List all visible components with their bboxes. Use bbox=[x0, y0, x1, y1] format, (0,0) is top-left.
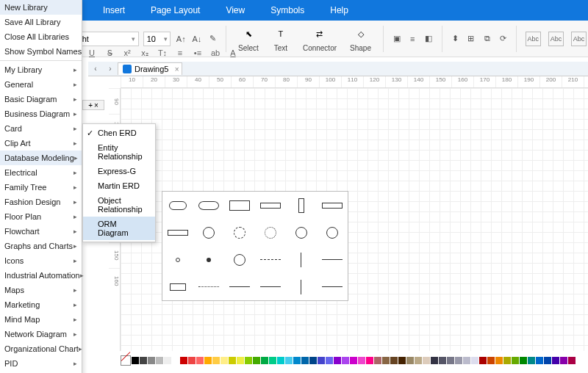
library-menu-item[interactable]: Industrial Automation▸ bbox=[0, 268, 82, 283]
distribute-icon[interactable]: ⊞ bbox=[465, 32, 477, 46]
color-swatch[interactable] bbox=[463, 357, 470, 364]
fill-icon[interactable]: ▣ bbox=[391, 32, 403, 46]
library-menu-item[interactable]: Database Modeling▸ bbox=[0, 151, 82, 165]
document-tab[interactable]: Drawing5 × bbox=[118, 62, 182, 75]
color-swatch[interactable] bbox=[132, 357, 139, 364]
font-color-icon[interactable]: A bbox=[226, 46, 240, 59]
color-swatch[interactable] bbox=[261, 357, 268, 364]
color-swatch[interactable] bbox=[180, 357, 187, 364]
shadow-icon[interactable]: ◧ bbox=[423, 32, 434, 46]
arrow-shape[interactable] bbox=[322, 259, 343, 260]
color-swatch[interactable] bbox=[366, 357, 373, 364]
submenu-item[interactable]: Entity Relationship bbox=[83, 140, 155, 164]
panel-handle[interactable]: + × bbox=[82, 100, 104, 110]
rect-shape[interactable] bbox=[229, 200, 250, 211]
color-swatch[interactable] bbox=[560, 357, 567, 364]
color-swatch[interactable] bbox=[512, 357, 519, 364]
dot-shape[interactable] bbox=[207, 258, 211, 262]
library-menu-item[interactable]: Show Symbol Names bbox=[0, 44, 82, 59]
color-swatch[interactable] bbox=[229, 357, 236, 364]
color-swatch[interactable] bbox=[318, 357, 325, 364]
submenu-item[interactable]: Express-G bbox=[83, 164, 155, 178]
color-swatch[interactable] bbox=[552, 357, 559, 364]
library-menu-item[interactable]: Graphs and Charts▸ bbox=[0, 239, 82, 253]
underline-icon[interactable]: U bbox=[85, 46, 98, 59]
vertical-line-shape[interactable] bbox=[301, 280, 302, 294]
color-swatch[interactable] bbox=[528, 357, 535, 364]
line-shape[interactable] bbox=[229, 286, 250, 287]
ribbon-symbols[interactable]: Symbols bbox=[270, 5, 304, 15]
ribbon-insert[interactable]: Insert bbox=[103, 5, 125, 15]
library-menu-item[interactable]: Marketing▸ bbox=[0, 297, 82, 312]
color-swatch[interactable] bbox=[148, 357, 155, 364]
color-swatch[interactable] bbox=[326, 357, 333, 364]
library-menu-item[interactable]: Flowchart▸ bbox=[0, 224, 82, 239]
line-spacing-icon[interactable]: ≡ bbox=[173, 46, 187, 59]
color-swatch[interactable] bbox=[253, 357, 260, 364]
color-swatch[interactable] bbox=[503, 357, 511, 364]
dashed-circle-shape[interactable] bbox=[234, 227, 245, 239]
library-menu-item[interactable]: Fashion Design▸ bbox=[0, 195, 82, 209]
library-menu-item[interactable]: New Library bbox=[0, 0, 82, 15]
color-swatch[interactable] bbox=[301, 357, 309, 364]
library-menu-item[interactable]: Maps▸ bbox=[0, 283, 82, 297]
segmented-rect-shape[interactable] bbox=[168, 230, 188, 236]
color-swatch[interactable] bbox=[237, 357, 244, 364]
style-preset-button[interactable]: Abc bbox=[526, 32, 541, 46]
superscript-icon[interactable]: x² bbox=[121, 46, 134, 59]
rect-shape[interactable] bbox=[298, 198, 304, 213]
color-swatch[interactable] bbox=[204, 357, 212, 364]
color-swatch[interactable] bbox=[423, 357, 430, 364]
rect-shape[interactable] bbox=[322, 203, 343, 209]
submenu-item[interactable]: ORM Diagram bbox=[83, 217, 155, 240]
text-tool[interactable]: T Text bbox=[272, 25, 290, 52]
circle-u-shape[interactable] bbox=[234, 254, 245, 266]
subscript-icon[interactable]: x₂ bbox=[138, 46, 151, 59]
color-swatch[interactable] bbox=[431, 357, 438, 364]
dotted-line-shape[interactable] bbox=[198, 286, 219, 287]
color-swatch[interactable] bbox=[212, 357, 220, 364]
no-fill-swatch[interactable] bbox=[121, 355, 131, 366]
connector-tool[interactable]: ⇄ Connector bbox=[303, 25, 337, 52]
color-swatch[interactable] bbox=[293, 357, 301, 364]
color-swatch[interactable] bbox=[487, 357, 495, 364]
ribbon-help[interactable]: Help bbox=[330, 5, 348, 15]
library-menu-item[interactable]: Organizational Chart▸ bbox=[0, 341, 82, 356]
color-swatch[interactable] bbox=[172, 357, 179, 364]
text-height-icon[interactable]: T↕ bbox=[156, 46, 169, 59]
color-swatch[interactable] bbox=[269, 357, 276, 364]
color-swatch[interactable] bbox=[439, 357, 446, 364]
rotate-icon[interactable]: ⟳ bbox=[497, 32, 509, 46]
color-swatch[interactable] bbox=[285, 357, 293, 364]
style-preset-button[interactable]: Abc bbox=[571, 32, 587, 46]
double-arrow-shape[interactable] bbox=[322, 286, 343, 287]
ring-shape[interactable] bbox=[176, 258, 180, 262]
color-swatch[interactable] bbox=[358, 357, 365, 364]
library-menu-item[interactable]: Close All Libraries bbox=[0, 29, 82, 44]
color-swatch[interactable] bbox=[309, 357, 317, 364]
color-swatch[interactable] bbox=[536, 357, 543, 364]
library-menu-item[interactable]: Save All Library bbox=[0, 15, 82, 29]
shape-tool[interactable]: ◇ Shape bbox=[350, 25, 371, 52]
dotted-circle-shape[interactable] bbox=[265, 227, 276, 239]
submenu-item[interactable]: Martin ERD bbox=[83, 178, 155, 193]
color-swatch[interactable] bbox=[520, 357, 527, 364]
color-swatch[interactable] bbox=[406, 357, 414, 364]
dashed-line-shape[interactable] bbox=[260, 259, 281, 260]
ribbon-page-layout[interactable]: Page Layout bbox=[151, 5, 200, 15]
rect-shape[interactable] bbox=[260, 203, 281, 209]
ribbon-view[interactable]: View bbox=[226, 5, 245, 15]
library-menu-item[interactable]: Network Diagram▸ bbox=[0, 327, 82, 341]
color-swatch[interactable] bbox=[568, 357, 576, 364]
drawing-canvas[interactable] bbox=[121, 88, 588, 351]
color-swatch[interactable] bbox=[382, 357, 390, 364]
line-style-icon[interactable]: ≡ bbox=[406, 32, 418, 46]
circle-i-shape[interactable] bbox=[295, 227, 307, 239]
submenu-item[interactable]: Chen ERD bbox=[83, 126, 155, 140]
strike-icon[interactable]: S̶ bbox=[103, 46, 116, 59]
submenu-item[interactable]: Object Relationship bbox=[83, 193, 155, 217]
color-swatch[interactable] bbox=[350, 357, 357, 364]
group-icon[interactable]: ⧉ bbox=[481, 32, 493, 46]
chevron-right-icon[interactable]: › bbox=[105, 64, 115, 74]
color-swatch[interactable] bbox=[447, 357, 454, 364]
